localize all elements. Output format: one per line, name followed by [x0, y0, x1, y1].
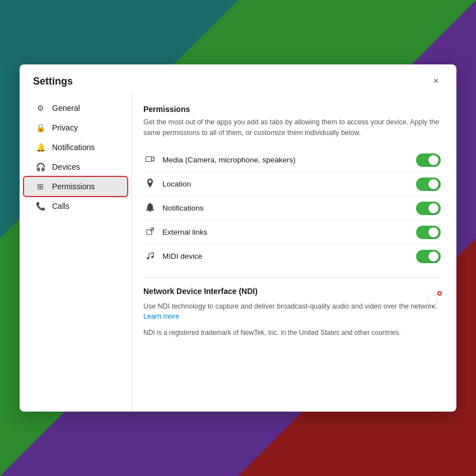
- permission-row-midi: MIDI device: [143, 245, 441, 268]
- sidebar-item-notifications[interactable]: 🔔 Notifications: [24, 138, 127, 157]
- bell-icon: 🔔: [35, 143, 45, 152]
- permission-location-label: Location: [162, 180, 416, 188]
- learn-more-link[interactable]: Learn more: [143, 312, 179, 320]
- sidebar-item-notifications-label: Notifications: [52, 143, 95, 152]
- svg-point-4: [151, 256, 153, 258]
- dialog-title: Settings: [33, 76, 73, 87]
- permission-midi-label: MIDI device: [162, 252, 416, 260]
- settings-dialog: Settings × ⚙ General 🔒 Privacy 🔔 Notific…: [20, 64, 456, 412]
- ndi-header: Network Device Interface (NDI): [143, 287, 441, 297]
- permission-row-external-links: External links: [143, 221, 441, 245]
- close-button[interactable]: ×: [429, 74, 443, 88]
- sidebar-item-permissions-label: Permissions: [52, 182, 95, 191]
- ndi-trademark: NDI is a registered trademark of NewTek,…: [143, 329, 441, 337]
- headphones-icon: 🎧: [35, 162, 45, 171]
- permissions-description: Get the most out of the apps you add as …: [143, 117, 441, 138]
- permission-row-location: Location: [143, 172, 441, 197]
- midi-icon: [143, 251, 157, 262]
- sidebar-item-general[interactable]: ⚙ General: [24, 99, 127, 118]
- toggle-media[interactable]: [416, 153, 441, 167]
- ndi-title: Network Device Interface (NDI): [143, 287, 258, 296]
- sidebar: ⚙ General 🔒 Privacy 🔔 Notifications 🎧 De…: [20, 94, 132, 412]
- location-icon: [143, 179, 157, 189]
- dialog-body: ⚙ General 🔒 Privacy 🔔 Notifications 🎧 De…: [20, 94, 456, 412]
- sidebar-item-general-label: General: [52, 104, 80, 113]
- permission-row-notifications: Notifications: [143, 197, 441, 221]
- permission-notifications-label: Notifications: [162, 204, 416, 212]
- external-link-icon: [143, 227, 157, 237]
- camera-icon: [143, 155, 157, 165]
- notification-bell-icon: [143, 203, 157, 213]
- svg-rect-0: [146, 157, 152, 162]
- sidebar-item-privacy-label: Privacy: [52, 123, 78, 132]
- dialog-header: Settings ×: [20, 64, 456, 94]
- permission-external-links-label: External links: [162, 228, 416, 236]
- toggle-notifications[interactable]: [416, 202, 441, 215]
- ndi-toggle-outline: [438, 292, 441, 295]
- ndi-toggle-wrapper: [438, 287, 441, 297]
- grid-icon: ⊞: [35, 182, 45, 191]
- toggle-location[interactable]: [416, 178, 441, 191]
- svg-point-3: [147, 257, 149, 259]
- permissions-title: Permissions: [143, 105, 441, 114]
- sidebar-item-devices[interactable]: 🎧 Devices: [24, 157, 127, 176]
- lock-icon: 🔒: [35, 123, 45, 132]
- phone-icon: 📞: [35, 202, 45, 211]
- sidebar-item-privacy[interactable]: 🔒 Privacy: [24, 118, 127, 137]
- main-content: Permissions Get the most out of the apps…: [132, 94, 456, 412]
- sidebar-item-calls[interactable]: 📞 Calls: [24, 197, 127, 216]
- permission-list: Media (Camera, microphone, speakers) Loc…: [143, 148, 441, 268]
- permission-row-media: Media (Camera, microphone, speakers): [143, 148, 441, 172]
- gear-icon: ⚙: [35, 104, 45, 113]
- ndi-section: Network Device Interface (NDI) Use NDI t…: [143, 287, 441, 337]
- sidebar-item-calls-label: Calls: [52, 202, 69, 211]
- toggle-midi[interactable]: [416, 250, 441, 263]
- toggle-external-links[interactable]: [416, 226, 441, 239]
- permission-media-label: Media (Camera, microphone, speakers): [162, 156, 416, 164]
- ndi-description: Use NDI technology to capture and delive…: [143, 301, 441, 323]
- sidebar-item-devices-label: Devices: [52, 162, 80, 171]
- sidebar-item-permissions[interactable]: ⊞ Permissions: [24, 177, 127, 196]
- section-divider: [143, 277, 441, 278]
